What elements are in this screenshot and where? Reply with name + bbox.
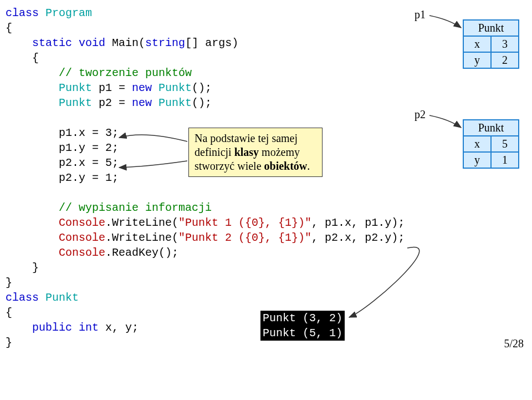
p2-pointer-label: p2 — [415, 108, 426, 121]
keyword: class — [6, 7, 39, 19]
keyword: public — [32, 321, 72, 334]
fields: x, y; — [99, 321, 139, 334]
object-title: Punkt — [463, 20, 519, 36]
class-name: Punkt — [158, 82, 192, 94]
string-literal: "Punkt 1 ({0}, {1})" — [178, 216, 311, 229]
string-literal: "Punkt 2 ({0}, {1})" — [178, 231, 311, 244]
keyword: new — [132, 97, 152, 109]
statement: p1.y = 2; — [59, 141, 119, 154]
keyword: int — [79, 321, 99, 334]
class-name: Punkt — [158, 97, 192, 109]
page-number: 5/28 — [504, 337, 524, 350]
statement: p1.x = 3; — [59, 126, 119, 139]
class-name: Punkt — [59, 97, 92, 109]
console-line: Punkt (5, 1) — [263, 327, 342, 340]
field-label: y — [463, 52, 491, 68]
field-value: 1 — [491, 152, 519, 168]
console-class: Console — [59, 246, 105, 259]
console-output: Punkt (3, 2) Punkt (5, 1) — [260, 311, 345, 341]
field-value: 2 — [491, 52, 519, 68]
field-value: 3 — [491, 36, 519, 52]
console-line: Punkt (3, 2) — [263, 312, 342, 325]
keyword: new — [132, 82, 152, 94]
object-p2: Punkt x5 y1 — [463, 119, 519, 169]
method-name: Main — [112, 37, 139, 49]
field-value: 5 — [491, 136, 519, 152]
object-p1: Punkt x3 y2 — [463, 19, 519, 69]
comment: // wypisanie informacji — [59, 201, 212, 214]
keyword: class — [6, 291, 39, 304]
object-title: Punkt — [463, 120, 519, 136]
class-name: Punkt — [45, 291, 79, 304]
class-name: Punkt — [59, 82, 92, 94]
params: [] args) — [185, 37, 238, 49]
keyword: static — [32, 37, 72, 49]
comment: // tworzenie punktów — [59, 67, 192, 79]
field-label: y — [463, 152, 491, 168]
console-class: Console — [59, 216, 105, 229]
callout-line1: Na podstawie tej samej — [195, 132, 298, 144]
callout-note: Na podstawie tej samej definicji klasy m… — [188, 128, 323, 177]
field-label: x — [463, 36, 491, 52]
statement: p2.x = 5; — [59, 156, 119, 169]
console-class: Console — [59, 231, 105, 244]
keyword: void — [79, 37, 105, 49]
statement: p2.y = 1; — [59, 171, 119, 184]
field-label: x — [463, 136, 491, 152]
code-block: class Program { static void Main(string[… — [6, 6, 526, 350]
keyword: string — [145, 37, 185, 49]
class-name: Program — [45, 7, 92, 19]
p1-pointer-label: p1 — [415, 8, 426, 21]
